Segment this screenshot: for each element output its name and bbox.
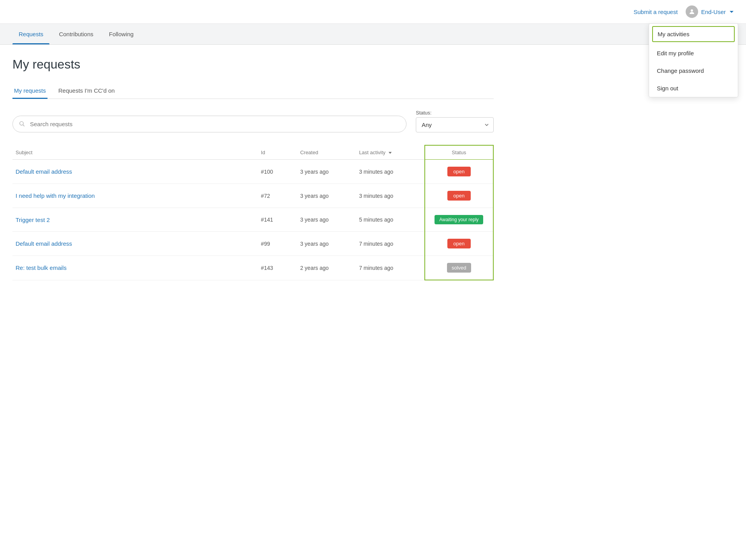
th-created: Created — [297, 145, 356, 160]
table-row: Re: test bulk emails #143 2 years ago 7 … — [12, 256, 493, 280]
status-badge: open — [447, 239, 471, 248]
svg-point-1 — [20, 122, 23, 125]
request-created: 3 years ago — [297, 232, 356, 256]
request-created: 3 years ago — [297, 184, 356, 208]
tab-contributions[interactable]: Contributions — [53, 24, 99, 44]
status-badge: Awaiting your reply — [435, 215, 483, 224]
th-id: Id — [258, 145, 297, 160]
request-id: #100 — [258, 160, 297, 184]
table-row: Default email address #99 3 years ago 7 … — [12, 232, 493, 256]
table-row: Trigger test 2 #141 3 years ago 5 minute… — [12, 208, 493, 232]
sub-tabs: My requests Requests I'm CC'd on — [12, 83, 494, 99]
table-row: I need help with my integration #72 3 ye… — [12, 184, 493, 208]
th-subject: Subject — [12, 145, 258, 160]
request-id: #143 — [258, 256, 297, 280]
request-link[interactable]: Trigger test 2 — [16, 217, 50, 223]
filter-section: Status: Any Open Solved Pending Awaiting… — [416, 110, 494, 132]
status-badge: solved — [447, 263, 471, 273]
th-status: Status — [425, 145, 493, 160]
request-status: open — [425, 184, 493, 208]
requests-table: Subject Id Created Last activity Status … — [12, 145, 494, 280]
sub-tab-my-requests[interactable]: My requests — [12, 83, 48, 99]
status-badge: open — [447, 191, 471, 201]
top-nav: Submit a request End-User My activities … — [0, 0, 746, 24]
request-created: 3 years ago — [297, 208, 356, 232]
request-id: #72 — [258, 184, 297, 208]
request-link[interactable]: I need help with my integration — [16, 192, 95, 199]
status-badge: open — [447, 167, 471, 176]
request-link[interactable]: Default email address — [16, 240, 72, 247]
tab-following[interactable]: Following — [103, 24, 140, 44]
submit-request-link[interactable]: Submit a request — [633, 9, 677, 15]
dropdown-item-edit-profile[interactable]: Edit my profile — [649, 44, 738, 62]
request-created: 2 years ago — [297, 256, 356, 280]
sort-arrow-icon — [389, 152, 392, 154]
search-input[interactable] — [12, 116, 406, 132]
request-last-activity: 5 minutes ago — [356, 208, 424, 232]
request-last-activity: 7 minutes ago — [356, 256, 424, 280]
svg-line-2 — [23, 125, 25, 126]
svg-point-0 — [691, 9, 693, 12]
dropdown-item-my-activities[interactable]: My activities — [652, 26, 735, 42]
request-created: 3 years ago — [297, 160, 356, 184]
request-last-activity: 3 minutes ago — [356, 184, 424, 208]
dropdown-item-sign-out[interactable]: Sign out — [649, 79, 738, 97]
user-avatar — [686, 5, 698, 18]
user-name: End-User — [701, 9, 726, 15]
search-icon — [19, 120, 25, 128]
search-filter-row: Status: Any Open Solved Pending Awaiting… — [12, 110, 494, 132]
request-link[interactable]: Re: test bulk emails — [16, 264, 67, 271]
request-link[interactable]: Default email address — [16, 168, 72, 175]
table-row: Default email address #100 3 years ago 3… — [12, 160, 493, 184]
status-select-wrapper: Any Open Solved Pending Awaiting your re… — [416, 117, 494, 132]
request-last-activity: 3 minutes ago — [356, 160, 424, 184]
search-box — [12, 116, 406, 132]
request-id: #141 — [258, 208, 297, 232]
page-content: My requests My requests Requests I'm CC'… — [0, 45, 506, 293]
request-status: solved — [425, 256, 493, 280]
th-last-activity[interactable]: Last activity — [356, 145, 424, 160]
request-status: Awaiting your reply — [425, 208, 493, 232]
request-status: open — [425, 160, 493, 184]
user-dropdown-menu: My activities Edit my profile Change pas… — [649, 23, 738, 97]
tab-requests[interactable]: Requests — [12, 24, 49, 44]
main-tabs: Requests Contributions Following — [0, 24, 746, 45]
status-select[interactable]: Any Open Solved Pending Awaiting your re… — [416, 117, 494, 132]
chevron-down-icon — [730, 11, 734, 13]
user-menu-trigger[interactable]: End-User — [686, 5, 734, 18]
sub-tab-ccd-on[interactable]: Requests I'm CC'd on — [57, 83, 116, 99]
page-title: My requests — [12, 57, 494, 72]
dropdown-item-change-password[interactable]: Change password — [649, 62, 738, 79]
request-id: #99 — [258, 232, 297, 256]
request-status: open — [425, 232, 493, 256]
request-last-activity: 7 minutes ago — [356, 232, 424, 256]
filter-status-label: Status: — [416, 110, 494, 116]
